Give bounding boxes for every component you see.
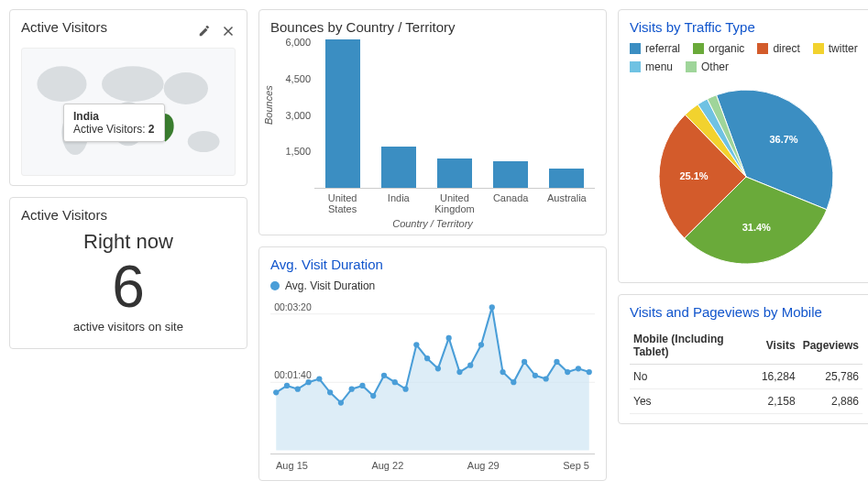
y-tick: 00:01:40 <box>274 370 312 380</box>
x-tick: Aug 29 <box>467 460 500 471</box>
legend-item: twitter <box>813 42 858 55</box>
pie-slice-label: 25.1% <box>679 170 708 181</box>
right-now-sub: active visitors on site <box>21 320 236 333</box>
x-tick: India <box>371 192 426 214</box>
table-row: No16,28425,786 <box>630 365 863 389</box>
pie-legend: referralorganicdirecttwittermenuOther <box>630 42 863 73</box>
legend-label: referral <box>645 42 680 55</box>
line-point <box>478 342 484 347</box>
table-header: Mobile (Including Tablet) <box>630 327 758 365</box>
card-title: Active Visitors <box>21 207 236 223</box>
x-tick: Aug 15 <box>276 460 308 471</box>
line-point <box>295 387 301 392</box>
pie-slice-label: 36.7% <box>769 134 797 145</box>
line-point <box>381 373 387 378</box>
legend-swatch-icon <box>757 43 768 54</box>
x-tick: Sep 5 <box>563 460 589 471</box>
card-title: Active Visitors <box>21 19 107 35</box>
line-point <box>349 387 355 392</box>
legend-item: direct <box>757 42 799 55</box>
legend-label: Other <box>701 60 729 73</box>
cell: 2,158 <box>758 389 799 414</box>
y-tick: 00:03:20 <box>274 302 312 312</box>
svg-point-0 <box>37 66 86 102</box>
legend-swatch-icon <box>630 43 641 54</box>
cell: 16,284 <box>758 365 799 389</box>
close-icon[interactable] <box>221 24 236 38</box>
y-axis-label: Bounces <box>263 85 274 125</box>
legend-label: menu <box>645 60 673 73</box>
line-point <box>456 369 462 375</box>
legend-item: referral <box>630 42 680 55</box>
line-point <box>402 387 408 392</box>
card-title: Avg. Visit Duration <box>270 257 595 272</box>
line-point <box>522 359 527 365</box>
legend-swatch-icon <box>686 61 697 72</box>
active-visitors-count-card: Active Visitors Right now 6 active visit… <box>9 197 247 349</box>
line-point <box>284 383 290 388</box>
legend-swatch-icon <box>630 61 641 72</box>
bounces-bar-chart: Bounces 1,5003,0004,5006,000 United Stat… <box>270 42 595 225</box>
legend-item: menu <box>630 60 673 73</box>
bounces-card: Bounces by Country / Territory Bounces 1… <box>258 9 607 235</box>
legend-label: direct <box>773 42 799 55</box>
line-point <box>338 399 344 405</box>
line-point <box>489 304 495 310</box>
line-point <box>533 373 538 378</box>
legend-swatch-icon <box>813 43 824 54</box>
card-title: Visits and Pageviews by Mobile <box>630 304 863 320</box>
bar <box>381 147 416 188</box>
line-point <box>359 383 365 388</box>
cell: No <box>630 365 758 389</box>
svg-point-2 <box>102 66 164 102</box>
world-map[interactable]: India Active Visitors: 2 <box>21 48 236 176</box>
avg-duration-card: Avg. Visit Duration Avg. Visit Duration … <box>258 246 607 481</box>
legend-item: Other <box>686 60 729 73</box>
tooltip-value: 2 <box>148 123 155 136</box>
line-point <box>424 355 430 361</box>
map-tooltip: India Active Visitors: 2 <box>63 104 165 142</box>
right-now-label: Right now <box>21 230 236 254</box>
line-point <box>565 369 570 375</box>
edit-icon[interactable] <box>197 24 212 38</box>
tooltip-country: India <box>73 110 155 123</box>
legend-label: Avg. Visit Duration <box>285 279 375 292</box>
avg-duration-line-chart: 00:03:2000:01:40 <box>270 298 595 454</box>
card-title: Bounces by Country / Territory <box>270 19 595 35</box>
pie-slice-label: 31.4% <box>742 222 771 233</box>
card-title: Visits by Traffic Type <box>630 19 863 35</box>
cell: 2,886 <box>799 389 863 414</box>
bar <box>493 161 528 188</box>
line-point <box>316 376 322 381</box>
cell: 25,786 <box>799 365 863 389</box>
table-header: Pageviews <box>799 327 863 365</box>
line-point <box>554 359 559 365</box>
line-point <box>273 389 279 395</box>
line-point <box>435 366 441 371</box>
y-tick: 3,000 <box>285 110 311 121</box>
table-row: Yes2,1582,886 <box>630 389 863 414</box>
line-point <box>392 379 398 385</box>
x-tick: United Kingdom <box>427 192 482 214</box>
bar <box>549 169 584 188</box>
mobile-card: Visits and Pageviews by Mobile Mobile (I… <box>618 294 868 424</box>
line-point <box>500 369 505 375</box>
svg-point-5 <box>164 72 208 104</box>
line-point <box>467 363 473 368</box>
y-tick: 4,500 <box>285 73 311 84</box>
legend-dot-icon <box>270 281 280 290</box>
y-tick: 1,500 <box>285 146 311 157</box>
y-tick: 6,000 <box>285 37 311 48</box>
line-legend: Avg. Visit Duration <box>270 279 595 292</box>
line-point <box>413 342 419 347</box>
legend-label: twitter <box>829 42 858 55</box>
x-tick: Aug 22 <box>371 460 403 471</box>
x-tick: United States <box>315 192 370 214</box>
legend-label: organic <box>709 42 744 55</box>
table-header: Visits <box>758 327 799 365</box>
active-visitors-map-card: Active Visitors <box>9 9 247 186</box>
line-point <box>544 376 549 381</box>
line-point <box>511 379 516 385</box>
x-axis-label: Country / Territory <box>270 218 595 229</box>
traffic-type-card: Visits by Traffic Type referralorganicdi… <box>618 9 868 283</box>
